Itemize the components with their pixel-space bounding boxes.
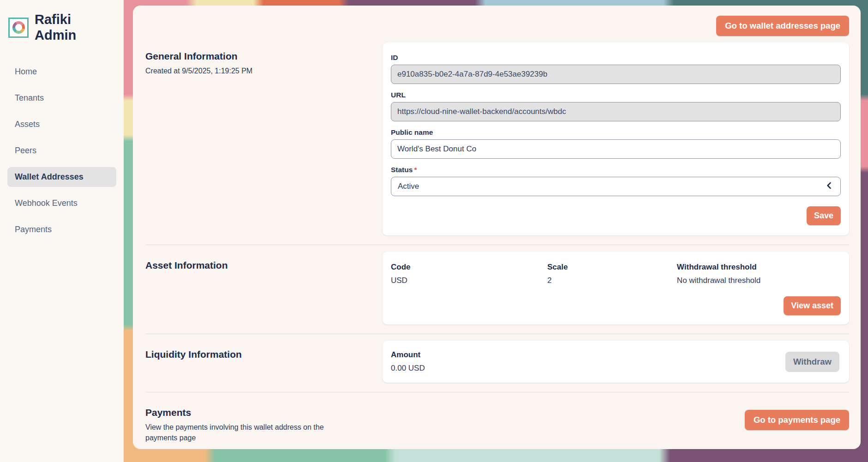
asset-information-title: Asset Information	[145, 260, 369, 271]
amount-label: Amount	[391, 350, 425, 360]
url-label: URL	[391, 91, 841, 99]
brand: Rafiki Admin	[7, 12, 116, 43]
sidebar-nav: Home Tenants Assets Peers Wallet Address…	[7, 62, 116, 240]
sidebar-item-wallet-addresses[interactable]: Wallet Addresses	[7, 167, 116, 187]
section-divider	[145, 245, 849, 245]
content-panel: Go to wallet addresses page General Info…	[133, 6, 861, 449]
id-field	[391, 65, 841, 84]
section-divider	[145, 334, 849, 334]
general-information-section: General Information Created at 9/5/2025,…	[133, 42, 861, 235]
asset-scale-label: Scale	[547, 263, 677, 272]
sidebar-item-peers[interactable]: Peers	[7, 141, 116, 161]
asset-information-section: Asset Information Code USD Scale 2 Withd…	[133, 252, 861, 324]
asset-information-card: Code USD Scale 2 Withdrawal threshold No…	[383, 252, 849, 324]
app-title: Rafiki Admin	[35, 12, 95, 43]
payments-title: Payments	[145, 407, 369, 418]
status-label: Status*	[391, 166, 841, 174]
withdraw-button[interactable]: Withdraw	[785, 352, 839, 372]
section-divider	[145, 392, 849, 392]
general-information-title: General Information	[145, 51, 369, 62]
url-field	[391, 102, 841, 121]
sidebar-item-assets[interactable]: Assets	[7, 114, 116, 134]
go-to-payments-button[interactable]: Go to payments page	[745, 410, 849, 430]
chevron-left-icon	[825, 181, 834, 192]
view-asset-button[interactable]: View asset	[784, 296, 841, 315]
required-asterisk: *	[414, 166, 417, 174]
asset-code-value: USD	[391, 276, 547, 285]
liquidity-information-card: Amount 0.00 USD Withdraw	[383, 341, 849, 383]
withdrawal-threshold-value: No withdrawal threshold	[677, 276, 841, 285]
rafiki-logo-icon	[8, 18, 29, 38]
save-button[interactable]: Save	[807, 206, 841, 225]
public-name-field[interactable]	[391, 139, 841, 159]
sidebar-item-payments[interactable]: Payments	[7, 220, 116, 240]
status-select[interactable]: Active	[391, 177, 841, 196]
sidebar-item-home[interactable]: Home	[7, 62, 116, 82]
asset-code-label: Code	[391, 263, 547, 272]
go-to-wallet-addresses-button[interactable]: Go to wallet addresses page	[716, 16, 849, 36]
public-name-label: Public name	[391, 128, 841, 137]
id-label: ID	[391, 54, 841, 62]
withdrawal-threshold-label: Withdrawal threshold	[677, 263, 841, 272]
asset-scale-value: 2	[547, 276, 677, 285]
sidebar-item-tenants[interactable]: Tenants	[7, 88, 116, 108]
liquidity-information-title: Liquidity Information	[145, 349, 369, 360]
sidebar: Rafiki Admin Home Tenants Assets Peers W…	[0, 0, 124, 462]
payments-section: Payments View the payments involving thi…	[133, 399, 861, 443]
status-selected-value: Active	[398, 182, 419, 191]
sidebar-item-webhook-events[interactable]: Webhook Events	[7, 193, 116, 213]
amount-value: 0.00 USD	[391, 364, 425, 373]
payments-description: View the payments involving this wallet …	[145, 422, 330, 443]
liquidity-information-section: Liquidity Information Amount 0.00 USD Wi…	[133, 341, 861, 383]
general-information-card: ID URL Public name Status* Active	[383, 42, 849, 235]
panel-header: Go to wallet addresses page	[133, 6, 861, 42]
background-artwork: Go to wallet addresses page General Info…	[124, 0, 868, 462]
created-at-text: Created at 9/5/2025, 1:19:25 PM	[145, 66, 369, 76]
